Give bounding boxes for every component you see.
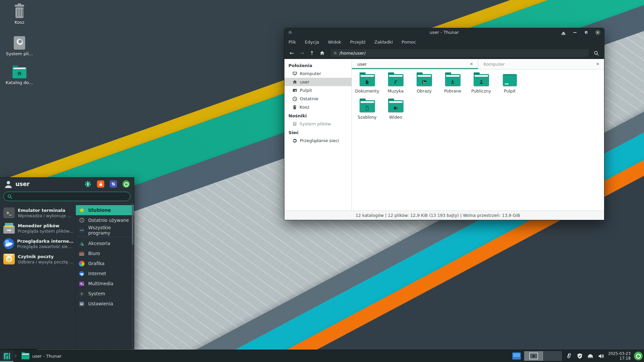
path-field[interactable]: /home/user/ [330,49,589,58]
folder-publiczny[interactable]: Publiczny [467,73,495,99]
folder-obrazy[interactable]: Obrazy [410,73,438,99]
workspace-switcher[interactable] [524,351,562,361]
tab-user[interactable]: user ✕ [352,59,478,69]
whisker-search[interactable] [3,192,130,201]
minimize-button[interactable] [572,29,578,36]
status-text: 12 katalogów | 12 plików: 12,9 KiB (13 1… [356,213,520,218]
category-label: Internet [88,271,106,276]
panel-grip[interactable] [13,350,17,362]
app-item-mail-reader[interactable]: @ Czytnik poczty Odbiera i wysyła pocztę… [0,251,75,267]
back-button[interactable]: ← [288,49,296,57]
folder-emblem-video-icon [388,104,404,112]
folder-pulpit[interactable]: Pulpit [495,73,524,99]
up-button[interactable]: ↑ [308,49,316,57]
sidebar-item-komputer[interactable]: Komputer [284,69,352,78]
sidebar-item-ostatnie[interactable]: Ostatnie [284,95,352,103]
logout-restart-button[interactable] [122,180,130,188]
file-pane: user ✕ Komputer ✕ Dokumenty [352,59,604,211]
folder-wideo[interactable]: Wideo [381,99,410,125]
network-ethernet-icon[interactable] [587,352,594,360]
search-input[interactable] [15,194,127,199]
category-ostatnio-uzywane[interactable]: Ostatnio używane [76,215,134,225]
app-item-web-browser[interactable]: Przeglądarka internetowa Przegląda zawar… [0,236,75,251]
sidebar-item-label: Komputer [300,71,321,76]
category-multimedia[interactable]: Multimedia [76,279,134,289]
status-bar: 12 katalogów | 12 plików: 12,9 KiB (13 1… [284,210,604,220]
menu-widok[interactable]: Widok [328,40,341,45]
volume-icon[interactable] [597,352,605,360]
window-titlebar[interactable]: user - Thunar ✕ [284,28,604,37]
drive-icon [292,122,297,126]
system-gear-icon [78,291,85,297]
menu-pomoc[interactable]: Pomoc [401,40,416,45]
sidebar-item-pulpit[interactable]: Pulpit [284,86,352,95]
category-separator [78,237,132,237]
desktop-icon-trash[interactable]: Kosz [4,5,35,25]
sidebar-item-system-plikow[interactable]: System plików [284,120,352,128]
app-item-file-manager[interactable]: Menedżer plików Przegląda system plików … [0,221,75,236]
category-grafika[interactable]: Grafika [76,258,134,268]
menu-edycja[interactable]: Edycja [305,40,319,45]
menu-plik[interactable]: Plik [288,40,296,45]
sidebar-item-przegladanie-sieci[interactable]: Przeglądanie sieci [284,136,352,145]
category-label: Wszystkie programy [88,225,134,236]
menubar: Plik Edycja Widok Przejdź Zakładki Pomoc [284,37,604,47]
taskbar-task-thunar[interactable]: user - Thunar [17,350,65,362]
sidebar-item-label: Pulpit [300,88,312,93]
category-biuro[interactable]: Biuro [76,248,134,258]
forward-button[interactable]: → [298,49,306,57]
workspace-2[interactable] [543,351,562,361]
tab-close-icon[interactable]: ✕ [468,61,474,67]
network-globe-icon [292,138,297,143]
menu-zakladki[interactable]: Zakładki [374,40,393,45]
folder-muzyka[interactable]: Muzyka [381,73,410,99]
folder-dokumenty[interactable]: Dokumenty [353,73,381,99]
folder-label: Pobrane [438,88,467,94]
shade-window-button[interactable] [560,29,567,36]
settings-manager-button[interactable] [84,180,92,188]
folder-emblem-download-icon [445,78,461,86]
category-ulubione[interactable]: Ulubione [76,205,134,215]
drive-icon [14,36,25,50]
whisker-menu-button[interactable] [0,350,13,362]
tab-close-icon[interactable]: ✕ [595,61,601,67]
clock[interactable]: 2025-03-23 17:18 [608,351,631,361]
lock-screen-button[interactable] [97,180,104,188]
sidebar-item-label: user [300,79,309,84]
workspace-1[interactable] [524,351,543,361]
app-item-terminal[interactable]: >_ Emulator terminala Wprowadza i wykonu… [0,205,75,221]
home-button[interactable] [318,49,326,57]
category-internet[interactable]: Internet [76,268,134,279]
tray-display-icon[interactable] [512,352,521,360]
computer-icon [292,71,297,76]
sidebar-item-user[interactable]: user [284,78,352,86]
category-label: Ulubione [88,207,111,213]
folder-label: Obrazy [410,88,438,94]
category-system[interactable]: System [76,289,134,299]
updates-tray-icon[interactable] [634,352,643,360]
maximize-button[interactable] [583,29,589,36]
folder-label: Pulpit [495,88,524,94]
desktop-icon-home-folder[interactable]: Katalog do… [4,67,35,85]
category-wszystkie-programy[interactable]: Wszystkie programy [76,225,134,235]
folder-emblem-document-icon [360,78,375,86]
folder-szablony[interactable]: Szablony [353,99,381,125]
sidebar-item-kosz[interactable]: Kosz [284,103,352,111]
close-button[interactable]: ✕ [595,29,601,36]
tab-komputer[interactable]: Komputer ✕ [478,59,604,69]
whisker-username: user [15,181,30,187]
menu-przejdz[interactable]: Przejdź [350,40,365,45]
whisker-categories: Ulubione Ostatnio używane Wszystkie prog… [76,204,134,349]
folder-pobrane[interactable]: Pobrane [438,73,467,99]
folder-label: Publiczny [467,88,495,94]
desktop-icon-filesystem[interactable]: System pli… [4,36,35,56]
search-button[interactable] [591,49,601,57]
security-shield-icon[interactable] [576,352,583,360]
clipboard-paperclip-icon[interactable] [565,352,573,360]
folder-emblem-image-icon [417,78,432,86]
switch-user-button[interactable] [110,180,117,188]
categories-scrollbar[interactable] [132,204,133,349]
category-ustawienia[interactable]: Ustawienia [76,299,134,309]
category-akcesoria[interactable]: Akcesoria [76,238,134,248]
clock-icon [78,217,85,224]
